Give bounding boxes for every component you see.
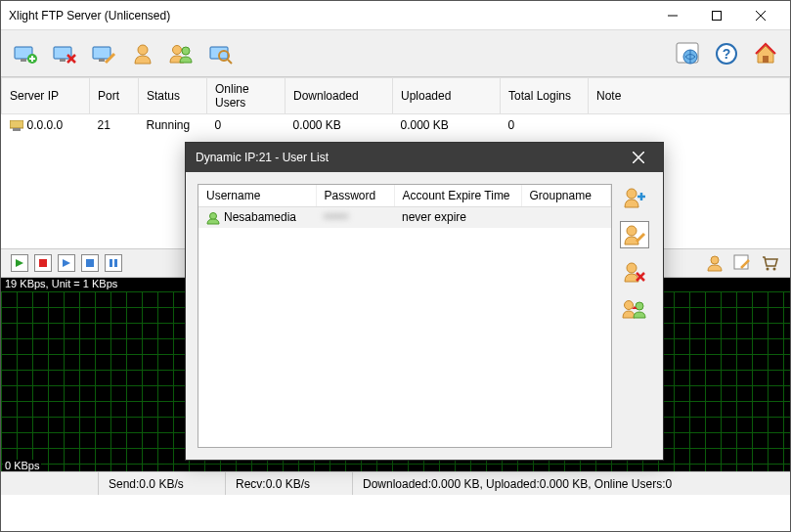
col-expire[interactable]: Account Expire Time bbox=[394, 185, 521, 207]
svg-point-16 bbox=[138, 45, 148, 55]
user-list[interactable]: Username Password Account Expire Time Gr… bbox=[198, 184, 612, 448]
col-username[interactable]: Username bbox=[198, 185, 316, 207]
server-row[interactable]: 0.0.0.0 21 Running 0 0.000 KB 0.000 KB 0 bbox=[2, 114, 790, 137]
status-recv: Recv:0.0 KB/s bbox=[226, 472, 353, 495]
svg-rect-27 bbox=[10, 120, 23, 128]
user-icon bbox=[206, 211, 220, 225]
stop-button[interactable] bbox=[34, 254, 52, 272]
svg-point-18 bbox=[182, 47, 190, 55]
svg-point-39 bbox=[773, 268, 776, 271]
titlebar: Xlight FTP Server (Unlicensed) bbox=[1, 1, 790, 30]
delete-user-button[interactable] bbox=[620, 258, 649, 286]
edit-server-button[interactable] bbox=[89, 39, 118, 68]
user-list-dialog: Dynamic IP:21 - User List Username Passw… bbox=[185, 142, 664, 461]
user-row[interactable]: Nesabamedia •••••• never expire bbox=[198, 207, 611, 228]
server-uploaded: 0.000 KB bbox=[393, 114, 501, 137]
svg-rect-13 bbox=[93, 47, 110, 59]
status-empty bbox=[1, 472, 99, 495]
col-port[interactable]: Port bbox=[90, 78, 139, 114]
graph-bottom-label: 0 KBps bbox=[3, 460, 41, 471]
col-logins[interactable]: Total Logins bbox=[501, 78, 589, 114]
svg-point-51 bbox=[625, 301, 634, 310]
svg-point-35 bbox=[711, 256, 719, 264]
col-downloaded[interactable]: Downloaded bbox=[286, 78, 393, 114]
play-button[interactable] bbox=[58, 254, 75, 272]
svg-point-46 bbox=[627, 226, 637, 236]
svg-rect-33 bbox=[110, 259, 112, 267]
home-button[interactable] bbox=[751, 39, 780, 68]
dialog-titlebar[interactable]: Dynamic IP:21 - User List bbox=[186, 143, 663, 172]
user-username: Nesabamedia bbox=[224, 210, 296, 224]
window-title: Xlight FTP Server (Unlicensed) bbox=[9, 9, 650, 22]
svg-rect-1 bbox=[712, 11, 721, 20]
main-toolbar: ? bbox=[1, 30, 790, 77]
svg-point-17 bbox=[173, 45, 182, 54]
col-uploaded[interactable]: Uploaded bbox=[393, 78, 501, 114]
close-button[interactable] bbox=[738, 1, 782, 30]
col-note[interactable]: Note bbox=[589, 78, 790, 114]
server-logins: 0 bbox=[501, 114, 589, 137]
server-online: 0 bbox=[207, 114, 286, 137]
svg-marker-29 bbox=[16, 259, 23, 267]
server-status: Running bbox=[139, 114, 207, 137]
server-port: 21 bbox=[90, 114, 139, 137]
svg-line-47 bbox=[637, 234, 644, 242]
svg-rect-34 bbox=[114, 259, 117, 267]
user-small-button[interactable] bbox=[704, 252, 725, 274]
edit-small-button[interactable] bbox=[731, 252, 753, 274]
svg-line-21 bbox=[228, 60, 232, 64]
server-downloaded: 0.000 KB bbox=[286, 114, 393, 137]
server-icon bbox=[10, 120, 23, 132]
svg-point-43 bbox=[627, 189, 637, 199]
dialog-close-button[interactable] bbox=[624, 143, 653, 172]
svg-point-42 bbox=[210, 212, 217, 219]
maximize-button[interactable] bbox=[694, 1, 738, 30]
minimize-button[interactable] bbox=[650, 1, 694, 30]
step-button[interactable] bbox=[81, 254, 99, 272]
dialog-title: Dynamic IP:21 - User List bbox=[196, 151, 624, 164]
group-button[interactable] bbox=[167, 39, 197, 68]
col-groupname[interactable]: Groupname bbox=[521, 185, 611, 207]
svg-rect-5 bbox=[21, 59, 26, 62]
col-status[interactable]: Status bbox=[139, 78, 207, 114]
col-online[interactable]: Online Users bbox=[207, 78, 286, 114]
help-button[interactable]: ? bbox=[712, 39, 741, 68]
graph-top-label: 19 KBps, Unit = 1 KBps bbox=[3, 278, 119, 289]
edit-user-button[interactable] bbox=[620, 221, 649, 248]
svg-rect-26 bbox=[763, 56, 769, 63]
col-server-ip[interactable]: Server IP bbox=[2, 78, 90, 114]
pause-button[interactable] bbox=[105, 254, 122, 272]
add-user-button[interactable] bbox=[620, 184, 649, 211]
svg-point-38 bbox=[767, 268, 769, 271]
globe-settings-button[interactable] bbox=[673, 39, 702, 68]
dialog-side-toolbar bbox=[618, 184, 651, 448]
copy-user-button[interactable] bbox=[620, 295, 649, 323]
cart-button[interactable] bbox=[759, 252, 780, 274]
status-bar: Send:0.0 KB/s Recv:0.0 KB/s Downloaded:0… bbox=[1, 471, 790, 495]
col-password[interactable]: Password bbox=[316, 185, 394, 207]
svg-rect-14 bbox=[99, 59, 105, 62]
svg-marker-31 bbox=[63, 259, 70, 267]
status-summary: Downloaded:0.000 KB, Uploaded:0.000 KB, … bbox=[353, 472, 790, 495]
svg-point-48 bbox=[627, 263, 637, 273]
svg-rect-28 bbox=[13, 128, 21, 131]
server-ip: 0.0.0.0 bbox=[27, 118, 64, 132]
server-note bbox=[589, 114, 790, 137]
play-start-button[interactable] bbox=[11, 254, 28, 272]
user-group bbox=[521, 207, 611, 228]
user-expire: never expire bbox=[394, 207, 521, 228]
user-password: •••••• bbox=[324, 210, 348, 224]
svg-rect-30 bbox=[39, 259, 47, 267]
delete-server-button[interactable] bbox=[50, 39, 79, 68]
svg-rect-32 bbox=[86, 259, 94, 267]
search-button[interactable] bbox=[206, 39, 236, 68]
user-button[interactable] bbox=[128, 39, 157, 68]
svg-rect-10 bbox=[60, 59, 66, 62]
svg-text:?: ? bbox=[723, 46, 731, 62]
add-server-button[interactable] bbox=[11, 39, 40, 68]
status-send: Send:0.0 KB/s bbox=[99, 472, 226, 495]
